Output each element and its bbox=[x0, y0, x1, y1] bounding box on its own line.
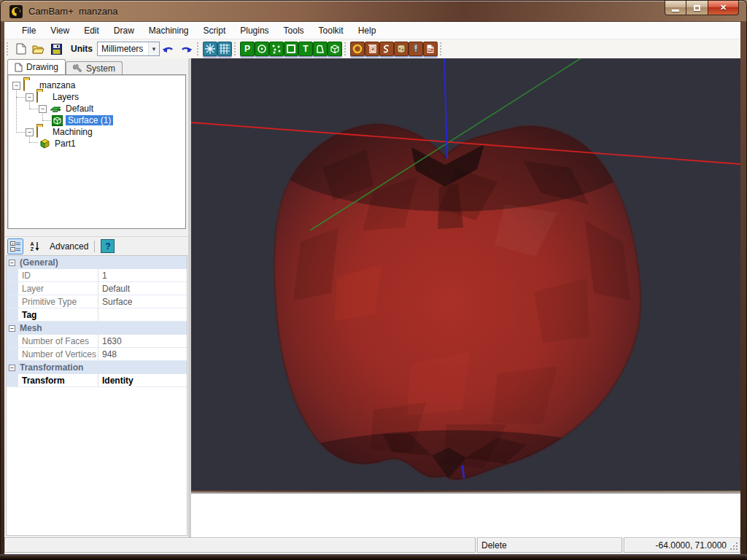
undo-icon[interactable] bbox=[160, 41, 177, 57]
property-name: ID bbox=[18, 269, 98, 281]
tree-node-part1[interactable]: Part1 bbox=[39, 138, 78, 149]
menu-view[interactable]: View bbox=[43, 22, 77, 39]
property-value[interactable]: 1630 bbox=[98, 336, 187, 346]
close-button[interactable]: ✕ bbox=[708, 1, 739, 15]
property-name: Number of Vertices bbox=[18, 348, 98, 360]
tree-node-layers[interactable]: − Layers bbox=[26, 91, 81, 103]
wrench-icon bbox=[73, 64, 82, 73]
save-icon[interactable] bbox=[48, 41, 64, 57]
property-row[interactable]: Number of Faces 1630 bbox=[7, 335, 187, 348]
property-section[interactable]: − (General) bbox=[7, 256, 187, 269]
combo-dropdown-icon[interactable]: ▼ bbox=[148, 42, 159, 55]
property-row[interactable]: Number of Vertices 948 bbox=[7, 348, 187, 361]
property-value[interactable]: 948 bbox=[98, 349, 187, 359]
pocket-toolpath-icon[interactable] bbox=[365, 42, 379, 56]
collapse-icon[interactable]: − bbox=[12, 82, 20, 90]
restore-button[interactable] bbox=[686, 1, 708, 15]
property-row[interactable]: Layer Default bbox=[7, 282, 187, 295]
advanced-button[interactable]: Advanced bbox=[50, 241, 88, 252]
resize-grip[interactable] bbox=[729, 542, 739, 551]
redo-icon[interactable] bbox=[178, 41, 194, 57]
property-section[interactable]: − Mesh bbox=[7, 322, 187, 335]
tree-node-label: Part1 bbox=[53, 139, 78, 149]
property-section[interactable]: − Transformation bbox=[7, 361, 187, 374]
toolbar-grip[interactable] bbox=[7, 42, 9, 55]
tree-node-surface[interactable]: Surface (1) bbox=[52, 114, 113, 126]
collapse-icon[interactable]: − bbox=[26, 93, 34, 101]
toolbar-separator bbox=[94, 241, 95, 252]
svg-text:Z: Z bbox=[30, 246, 34, 252]
surface-icon[interactable] bbox=[328, 42, 342, 56]
property-row[interactable]: Primitive Type Surface bbox=[7, 295, 187, 308]
drawing-tree[interactable]: − manzana − Layers − Default Surfa bbox=[7, 74, 186, 229]
menu-toolkit[interactable]: Toolkit bbox=[311, 22, 351, 39]
folder-icon bbox=[36, 127, 48, 137]
3d-profile-toolpath-icon[interactable] bbox=[409, 42, 423, 56]
categorized-view-icon[interactable]: +− bbox=[7, 238, 23, 254]
toolbar-grip[interactable] bbox=[344, 42, 347, 55]
profile-toolpath-icon[interactable] bbox=[350, 42, 365, 56]
menu-help[interactable]: Help bbox=[351, 22, 384, 39]
property-value[interactable]: Default bbox=[98, 284, 187, 294]
menu-tools[interactable]: Tools bbox=[276, 22, 311, 39]
menu-plugins[interactable]: Plugins bbox=[233, 22, 276, 39]
collapse-icon[interactable]: − bbox=[9, 365, 15, 371]
point-list-icon[interactable] bbox=[269, 42, 284, 56]
app-icon[interactable] bbox=[9, 5, 23, 18]
menu-edit[interactable]: Edit bbox=[77, 22, 107, 39]
alphabetical-sort-icon[interactable]: AZ bbox=[26, 238, 42, 254]
property-value[interactable]: 1 bbox=[98, 271, 187, 281]
collapse-icon[interactable]: − bbox=[39, 105, 47, 113]
open-file-icon[interactable] bbox=[31, 41, 47, 57]
rectangle-icon[interactable] bbox=[284, 42, 298, 56]
3d-viewport[interactable] bbox=[191, 58, 740, 491]
tree-node-manzana[interactable]: − manzana bbox=[12, 79, 77, 91]
engrave-toolpath-icon[interactable] bbox=[379, 42, 394, 56]
section-label: Mesh bbox=[20, 323, 42, 333]
property-row[interactable]: Transform Identity bbox=[7, 374, 187, 387]
text-icon[interactable]: T bbox=[298, 42, 313, 56]
window-border-bottom bbox=[0, 554, 747, 560]
minimize-button[interactable] bbox=[665, 1, 686, 15]
menu-file[interactable]: File bbox=[15, 22, 43, 39]
menu-script[interactable]: Script bbox=[196, 22, 233, 39]
cambam-window: CamBam+ manzana ✕ File View Edit Draw Ma… bbox=[0, 0, 747, 560]
cursor-coordinates: -64.0000, 71.0000 bbox=[656, 540, 727, 551]
region-icon[interactable] bbox=[313, 42, 328, 56]
tab-drawing[interactable]: Drawing bbox=[7, 59, 66, 74]
units-combobox[interactable]: Millimeters ▼ bbox=[97, 42, 160, 56]
units-label: Units bbox=[71, 44, 93, 54]
tree-node-machining[interactable]: − Machining bbox=[26, 126, 95, 138]
svg-text:NC: NC bbox=[428, 48, 433, 52]
tree-node-default-layer[interactable]: − Default bbox=[39, 103, 96, 114]
help-icon[interactable]: ? bbox=[101, 239, 115, 253]
property-row[interactable]: Tag bbox=[7, 308, 187, 322]
menu-draw[interactable]: Draw bbox=[107, 22, 142, 39]
collapse-icon[interactable]: − bbox=[26, 128, 34, 136]
snap-points-icon[interactable] bbox=[203, 42, 217, 56]
polyline-icon[interactable]: P bbox=[240, 42, 255, 56]
property-row[interactable]: ID 1 bbox=[7, 269, 187, 282]
viewport-canvas bbox=[191, 58, 740, 491]
collapse-icon[interactable]: − bbox=[9, 260, 15, 266]
tree-node-label-selected: Surface (1) bbox=[66, 115, 113, 125]
tab-system[interactable]: System bbox=[66, 61, 123, 74]
gcode-icon[interactable]: NC bbox=[423, 42, 438, 56]
property-grid: − (General) ID 1 Layer Default Primitive… bbox=[6, 255, 187, 536]
drill-toolpath-icon[interactable] bbox=[394, 42, 409, 56]
new-file-icon[interactable] bbox=[13, 41, 29, 57]
grid-icon[interactable] bbox=[217, 42, 232, 56]
toolbar-grip[interactable] bbox=[234, 42, 237, 55]
menu-machining[interactable]: Machining bbox=[142, 22, 196, 39]
menubar: File View Edit Draw Machining Script Plu… bbox=[4, 22, 740, 39]
property-value[interactable]: Surface bbox=[98, 297, 187, 307]
toolbar-grip[interactable] bbox=[197, 42, 200, 55]
tree-connector bbox=[16, 97, 25, 98]
property-name: Layer bbox=[18, 282, 98, 295]
panel-tabstrip: Drawing System bbox=[4, 58, 188, 74]
toolbar-grip[interactable] bbox=[440, 42, 443, 55]
circle-icon[interactable] bbox=[255, 42, 269, 56]
tree-node-label: Machining bbox=[50, 127, 95, 137]
property-value[interactable]: Identity bbox=[98, 376, 187, 386]
collapse-icon[interactable]: − bbox=[9, 325, 15, 332]
